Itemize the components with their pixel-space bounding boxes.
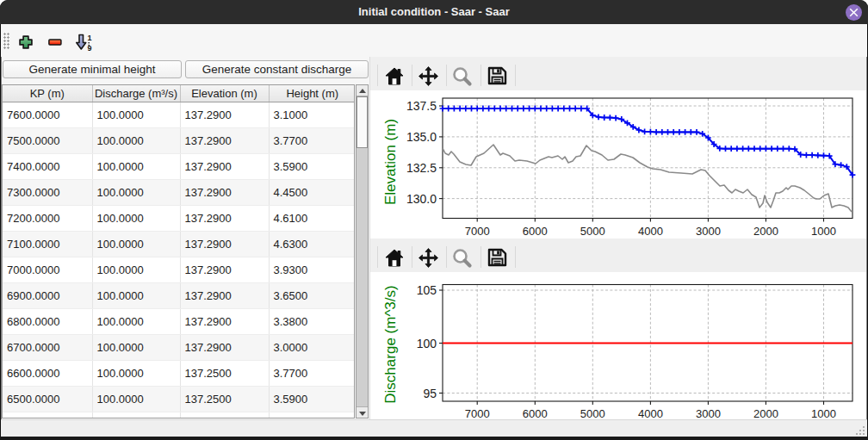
- svg-text:130.0: 130.0: [406, 192, 437, 206]
- svg-text:5000: 5000: [580, 407, 605, 419]
- svg-text:5000: 5000: [580, 225, 605, 238]
- svg-text:9: 9: [88, 44, 92, 52]
- svg-text:4000: 4000: [638, 225, 663, 238]
- svg-text:3000: 3000: [696, 225, 721, 238]
- svg-text:1000: 1000: [811, 225, 836, 238]
- svg-text:6000: 6000: [523, 407, 548, 419]
- svg-text:3000: 3000: [696, 407, 721, 419]
- svg-text:2000: 2000: [753, 407, 778, 419]
- svg-text:7000: 7000: [465, 225, 490, 238]
- svg-text:105: 105: [417, 283, 437, 297]
- svg-text:6000: 6000: [523, 225, 548, 238]
- svg-text:95: 95: [423, 387, 437, 400]
- svg-text:2000: 2000: [753, 225, 778, 238]
- svg-text:7000: 7000: [465, 407, 490, 419]
- svg-text:1000: 1000: [811, 407, 836, 419]
- svg-text:1: 1: [88, 34, 92, 42]
- svg-text:100: 100: [417, 337, 437, 350]
- svg-text:137.5: 137.5: [406, 99, 437, 113]
- svg-text:132.5: 132.5: [406, 161, 437, 175]
- svg-text:135.0: 135.0: [406, 130, 437, 144]
- svg-text:4000: 4000: [638, 407, 663, 419]
